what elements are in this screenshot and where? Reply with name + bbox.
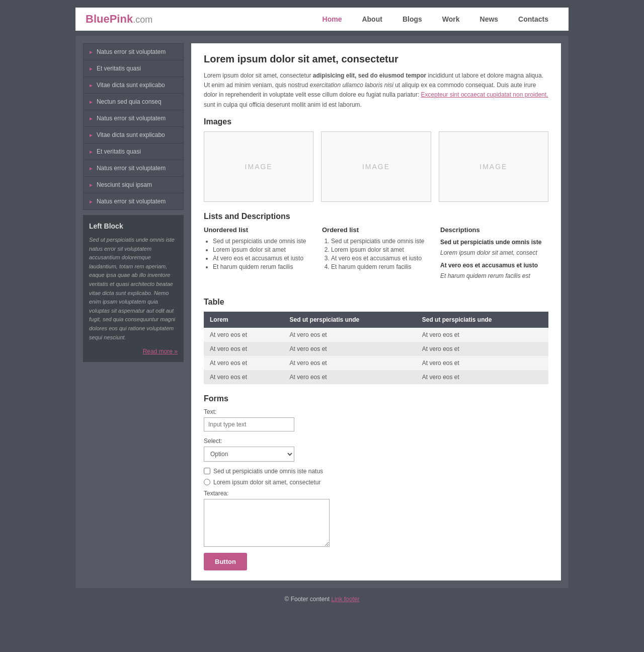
table-cell: At vero eos et xyxy=(284,342,416,356)
table-header-row: Lorem Sed ut perspiciatis unde Sed ut pe… xyxy=(204,312,548,328)
desc-2-bold: At vero eos et accusamus et iusto xyxy=(440,261,548,270)
intro-link[interactable]: Excepteur sint occaecat cupidatat non pr… xyxy=(421,91,548,98)
list-item: Lorem ipsum dolor sit amet xyxy=(331,246,430,253)
table-row: At vero eos etAt vero eos etAt vero eos … xyxy=(204,356,548,370)
sidebar-nav-item[interactable]: ► Vitae dicta sunt explicabo xyxy=(84,77,183,94)
left-block-title: Left Block xyxy=(89,221,178,232)
radio-input[interactable] xyxy=(204,479,210,485)
ordered-list: Sed ut perspiciatis unde omnis iste Lore… xyxy=(322,238,430,270)
forms-section: Text: Select: Option Sed ut perspiciatis… xyxy=(204,408,548,570)
desc-1-italic: Lorem ipsum dolor sit amet, consect xyxy=(440,248,548,258)
list-item: At vero eos et accusamus et iusto xyxy=(213,255,312,262)
lists-title: Lists and Descriptions xyxy=(204,212,548,221)
logo[interactable]: BluePink.com xyxy=(86,13,152,26)
sidebar-nav: ► Natus error sit voluptatem► Et veritat… xyxy=(83,43,184,210)
sidebar-nav-item[interactable]: ► Nesciunt siqui ipsam xyxy=(84,177,183,193)
nav-news[interactable]: News xyxy=(470,13,509,26)
images-title: Images xyxy=(204,117,548,126)
arrow-icon: ► xyxy=(89,116,94,121)
sidebar-nav-item[interactable]: ► Natus error sit voluptatem xyxy=(84,110,183,127)
image-3: IMAGE xyxy=(439,131,548,202)
image-1: IMAGE xyxy=(204,131,313,202)
table-cell: At vero eos et xyxy=(416,356,548,370)
sidebar-nav-item[interactable]: ► Nectun sed quia conseq xyxy=(84,94,183,110)
text-label: Text: xyxy=(204,408,548,415)
table-header-col-2: Sed ut perspiciatis unde xyxy=(284,312,416,328)
left-block-body: Sed ut perspiciatis unde omnis iste natu… xyxy=(89,236,178,342)
read-more-link[interactable]: Read more » xyxy=(89,347,178,356)
sidebar: ► Natus error sit voluptatem► Et veritat… xyxy=(83,43,184,581)
table-cell: At vero eos et xyxy=(204,356,284,370)
sidebar-nav-item[interactable]: ► Natus error sit voluptatem xyxy=(84,160,183,177)
list-item: At vero eos et accusamus et iusto xyxy=(331,255,430,262)
arrow-icon: ► xyxy=(89,166,94,171)
sidebar-nav-item[interactable]: ► Vitae dicta sunt explicabo xyxy=(84,127,183,143)
arrow-icon: ► xyxy=(89,182,94,188)
table-header-col-3: Sed ut perspiciatis unde xyxy=(416,312,548,328)
page-title: Lorem ipsum dolor sit amet, consectetur xyxy=(204,53,548,65)
submit-button[interactable]: Button xyxy=(204,553,247,570)
left-block: Left Block Sed ut perspiciatis unde omni… xyxy=(83,215,184,362)
nav-home[interactable]: Home xyxy=(312,13,352,26)
unordered-list: Sed ut perspiciatis unde omnis iste Lore… xyxy=(204,238,312,270)
forms-title: Forms xyxy=(204,394,548,403)
images-row: IMAGE IMAGE IMAGE xyxy=(204,131,548,202)
list-item: Lorem ipsum dolor sit amet xyxy=(213,246,312,253)
descriptions-title: Descriptions xyxy=(440,226,548,234)
nav-blogs[interactable]: Blogs xyxy=(392,13,432,26)
ordered-list-col: Ordered list Sed ut perspiciatis unde om… xyxy=(322,226,430,287)
radio-label: Lorem ipsum dolor sit amet, consectetur xyxy=(213,479,320,486)
list-item: Sed ut perspiciatis unde omnis iste xyxy=(331,238,430,245)
ordered-list-title: Ordered list xyxy=(322,226,430,234)
table-row: At vero eos etAt vero eos etAt vero eos … xyxy=(204,370,548,384)
header: BluePink.com Home About Blogs Work News … xyxy=(75,8,569,31)
arrow-icon: ► xyxy=(89,49,94,55)
arrow-icon: ► xyxy=(89,199,94,204)
logo-dotcom: .com xyxy=(133,15,152,25)
sidebar-nav-item[interactable]: ► Natus error sit voluptatem xyxy=(84,193,183,209)
unordered-list-title: Unordered list xyxy=(204,226,312,234)
arrow-icon: ► xyxy=(89,149,94,155)
nav-about[interactable]: About xyxy=(352,13,392,26)
nav-contacts[interactable]: Contacts xyxy=(508,13,558,26)
radio-row: Lorem ipsum dolor sit amet, consectetur xyxy=(204,479,548,486)
list-item: Et harum quidem rerum facilis xyxy=(213,263,312,270)
arrow-icon: ► xyxy=(89,66,94,71)
list-item: Sed ut perspiciatis unde omnis iste xyxy=(213,238,312,245)
logo-blue: Blue xyxy=(86,13,110,25)
arrow-icon: ► xyxy=(89,132,94,138)
arrow-icon: ► xyxy=(89,99,94,105)
table-row: At vero eos etAt vero eos etAt vero eos … xyxy=(204,328,548,342)
checkbox-label: Sed ut perspiciatis unde omnis iste natu… xyxy=(213,468,323,475)
sidebar-nav-item[interactable]: ► Et veritatis quasi xyxy=(84,143,183,160)
textarea-input[interactable] xyxy=(204,499,330,547)
table-header-col-1: Lorem xyxy=(204,312,284,328)
text-input[interactable] xyxy=(204,417,294,431)
logo-pink: Pink xyxy=(110,13,133,25)
checkbox-row: Sed ut perspiciatis unde omnis iste natu… xyxy=(204,468,548,475)
image-2: IMAGE xyxy=(321,131,431,202)
data-table: Lorem Sed ut perspiciatis unde Sed ut pe… xyxy=(204,312,548,384)
table-row: At vero eos etAt vero eos etAt vero eos … xyxy=(204,342,548,356)
sidebar-nav-item[interactable]: ► Et veritatis quasi xyxy=(84,60,183,77)
select-label: Select: xyxy=(204,438,548,445)
desc-1-bold: Sed ut perspiciatis unde omnis iste xyxy=(440,238,548,247)
table-cell: At vero eos et xyxy=(416,370,548,384)
arrow-icon: ► xyxy=(89,83,94,88)
table-cell: At vero eos et xyxy=(284,356,416,370)
nav-work[interactable]: Work xyxy=(432,13,470,26)
textarea-label: Textarea: xyxy=(204,490,548,497)
main-container: ► Natus error sit voluptatem► Et veritat… xyxy=(75,36,569,588)
footer-link[interactable]: Link footer xyxy=(331,596,359,603)
descriptions-col: Descriptions Sed ut perspiciatis unde om… xyxy=(440,226,548,287)
table-cell: At vero eos et xyxy=(284,370,416,384)
intro-paragraph: Lorem ipsum dolor sit amet, consectetur … xyxy=(204,71,548,110)
sidebar-nav-item[interactable]: ► Natus error sit voluptatem xyxy=(84,44,183,60)
table-cell: At vero eos et xyxy=(284,328,416,342)
table-cell: At vero eos et xyxy=(416,342,548,356)
checkbox-input[interactable] xyxy=(204,468,210,474)
unordered-list-col: Unordered list Sed ut perspiciatis unde … xyxy=(204,226,312,287)
table-cell: At vero eos et xyxy=(204,370,284,384)
select-input[interactable]: Option xyxy=(204,447,294,462)
footer-text: © Footer content xyxy=(285,596,330,603)
